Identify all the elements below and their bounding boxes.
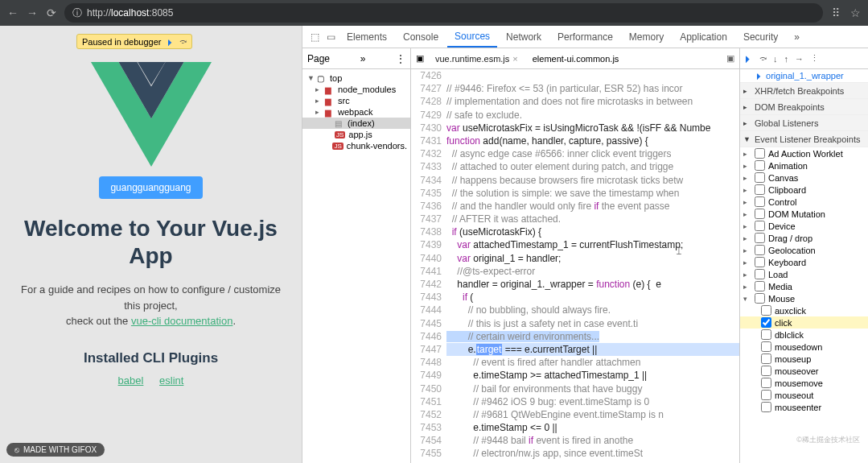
- event-category[interactable]: ▾Mouse: [740, 292, 868, 304]
- devtools: ⬚ ▭ ElementsConsoleSourcesNetworkPerform…: [302, 26, 868, 463]
- event-type-row[interactable]: mouseout: [740, 389, 868, 401]
- event-type-row[interactable]: auxclick: [740, 304, 868, 316]
- devtools-tab-network[interactable]: Network: [499, 26, 549, 48]
- deactivate-bp-icon[interactable]: ⋮: [810, 53, 819, 64]
- event-category[interactable]: ▸Load: [740, 268, 868, 280]
- tree-top[interactable]: ▼▢top: [302, 72, 410, 84]
- devtools-more-tabs[interactable]: »: [787, 26, 807, 48]
- step-icon[interactable]: →: [795, 54, 804, 64]
- tree-file[interactable]: JSapp.js: [302, 129, 410, 140]
- event-type-row[interactable]: mouseover: [740, 365, 868, 377]
- tree-folder[interactable]: ▸▆src: [302, 95, 410, 106]
- step-over-icon[interactable]: ⤼: [759, 53, 767, 64]
- devtools-tab-security[interactable]: Security: [736, 26, 785, 48]
- event-type-checkbox[interactable]: [761, 390, 771, 400]
- address-bar[interactable]: ⓘ http://localhost:8085: [64, 3, 823, 23]
- debugger-section[interactable]: ▸DOM Breakpoints: [740, 99, 868, 115]
- vue-logo: [91, 62, 212, 167]
- debugger-section[interactable]: ▼Event Listener Breakpoints: [740, 131, 868, 147]
- event-type-checkbox[interactable]: [761, 353, 771, 364]
- devtools-tab-console[interactable]: Console: [396, 26, 446, 48]
- cli-doc-link[interactable]: vue-cli documentation: [131, 315, 232, 327]
- event-category-checkbox[interactable]: [755, 172, 765, 183]
- sources-more[interactable]: »: [360, 53, 366, 64]
- debugger-section[interactable]: ▸Global Listeners: [740, 115, 868, 131]
- tree-file[interactable]: JSchunk-vendors.: [302, 140, 410, 151]
- devtools-tab-memory[interactable]: Memory: [622, 26, 671, 48]
- event-type-row[interactable]: dblclick: [740, 329, 868, 341]
- event-type-checkbox[interactable]: [761, 366, 771, 376]
- event-type-checkbox[interactable]: [761, 402, 771, 412]
- resume-icon[interactable]: ⏵: [743, 53, 753, 64]
- event-category[interactable]: ▸Ad Auction Worklet: [740, 147, 868, 159]
- event-category-checkbox[interactable]: [755, 209, 765, 219]
- event-category-checkbox[interactable]: [755, 196, 765, 207]
- event-category-checkbox[interactable]: [755, 257, 765, 267]
- event-category[interactable]: ▸Control: [740, 196, 868, 208]
- bookmark-icon[interactable]: ☆: [849, 6, 862, 19]
- event-category-checkbox[interactable]: [755, 148, 765, 159]
- link-eslint[interactable]: eslint: [159, 374, 183, 387]
- close-icon[interactable]: ×: [512, 54, 517, 64]
- event-category-checkbox[interactable]: [755, 245, 765, 255]
- event-category-checkbox[interactable]: [755, 160, 765, 171]
- event-category-checkbox[interactable]: [755, 269, 765, 279]
- url-port: :8085: [149, 7, 173, 19]
- event-type-row[interactable]: mouseenter: [740, 401, 868, 413]
- event-type-checkbox[interactable]: [761, 329, 771, 340]
- event-type-checkbox[interactable]: [761, 305, 771, 316]
- event-type-row[interactable]: mousedown: [740, 341, 868, 353]
- gifox-icon: ⎋: [14, 445, 19, 454]
- inspect-element-icon[interactable]: ⬚: [307, 31, 322, 43]
- step-into-icon[interactable]: ↓: [773, 54, 778, 64]
- event-category-checkbox[interactable]: [755, 293, 765, 304]
- code-area[interactable]: 7426 7427 7428 7429 7430 7431 7432 7433 …: [411, 69, 739, 463]
- event-category[interactable]: ▸Clipboard: [740, 184, 868, 196]
- event-category[interactable]: ▸Media: [740, 280, 868, 292]
- step-over-button[interactable]: ⤼: [179, 36, 187, 47]
- devtools-tab-elements[interactable]: Elements: [339, 26, 394, 48]
- event-category[interactable]: ▸Keyboard: [740, 256, 868, 268]
- event-category-checkbox[interactable]: [755, 281, 765, 291]
- step-out-icon[interactable]: ↑: [784, 54, 789, 64]
- tree-folder[interactable]: ▸▆webpack: [302, 106, 410, 118]
- event-category-checkbox[interactable]: [755, 221, 765, 231]
- call-frame[interactable]: ⏵ original_1._wrapper: [740, 69, 868, 83]
- tree-file[interactable]: ▤(index): [302, 118, 410, 129]
- event-category[interactable]: ▸DOM Mutation: [740, 208, 868, 220]
- back-button[interactable]: ←: [6, 6, 19, 19]
- device-toolbar-icon[interactable]: ▭: [323, 31, 338, 43]
- event-category[interactable]: ▸Drag / drop: [740, 232, 868, 244]
- devtools-tab-bar: ⬚ ▭ ElementsConsoleSourcesNetworkPerform…: [302, 26, 868, 48]
- event-category[interactable]: ▸Canvas: [740, 172, 868, 184]
- devtools-tab-sources[interactable]: Sources: [447, 26, 497, 48]
- editor-tab[interactable]: element-ui.common.js: [529, 54, 623, 64]
- resume-button[interactable]: ⏵: [166, 37, 175, 47]
- event-type-row[interactable]: mousemove: [740, 377, 868, 389]
- sources-page-tab[interactable]: Page: [307, 53, 330, 64]
- event-category-checkbox[interactable]: [755, 184, 765, 195]
- forward-button[interactable]: →: [26, 6, 39, 19]
- devtools-tab-application[interactable]: Application: [673, 26, 734, 48]
- tree-folder[interactable]: ▸▆node_modules: [302, 84, 410, 95]
- devtools-tab-performance[interactable]: Performance: [550, 26, 620, 48]
- show-navigator-icon[interactable]: ▣: [416, 53, 424, 64]
- file-tree: ▼▢top ▸▆node_modules▸▆src▸▆webpack ▤(ind…: [302, 69, 410, 155]
- event-type-checkbox[interactable]: [761, 378, 771, 388]
- event-type-row[interactable]: mouseup: [740, 353, 868, 365]
- event-category[interactable]: ▸Device: [740, 220, 868, 232]
- event-category[interactable]: ▸Geolocation: [740, 244, 868, 256]
- event-category-checkbox[interactable]: [755, 233, 765, 243]
- event-type-checkbox[interactable]: [761, 317, 771, 328]
- link-babel[interactable]: babel: [118, 374, 144, 387]
- sources-menu-icon[interactable]: ⋮: [396, 53, 405, 64]
- editor-tab[interactable]: vue.runtime.esm.js×: [432, 54, 521, 64]
- demo-button[interactable]: guangguangguang: [99, 176, 202, 199]
- reload-button[interactable]: ⟳: [45, 6, 58, 19]
- event-type-checkbox[interactable]: [761, 341, 771, 352]
- debugger-section[interactable]: ▸XHR/fetch Breakpoints: [740, 83, 868, 99]
- event-category[interactable]: ▸Animation: [740, 159, 868, 172]
- event-type-row[interactable]: click: [740, 316, 868, 329]
- translate-icon[interactable]: ⠿: [829, 6, 842, 19]
- editor-more-icon[interactable]: ▣: [726, 53, 734, 64]
